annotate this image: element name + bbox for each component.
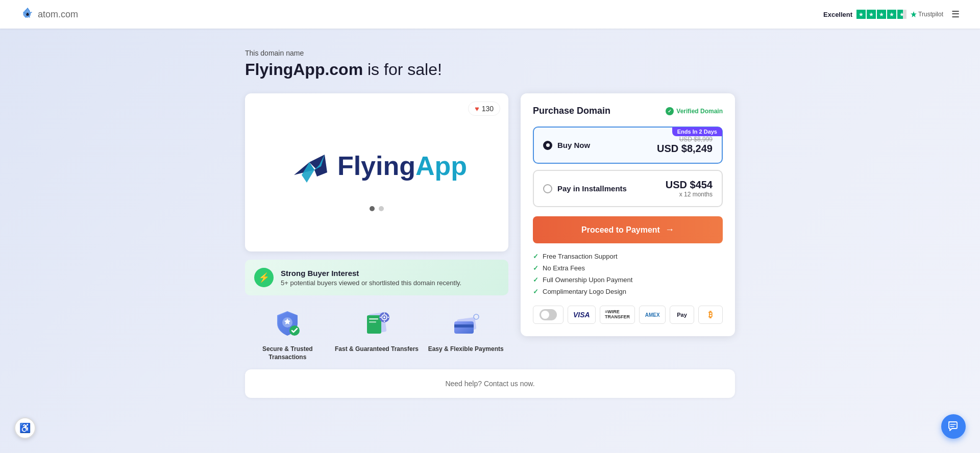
domain-sale-text: is for sale! xyxy=(363,60,442,79)
transfer-icon xyxy=(360,307,393,340)
bitcoin-icon: ₿ xyxy=(708,310,713,319)
header: atom.com Excellent ★ ★ ★ ★ ★ Trustpilot … xyxy=(0,0,980,29)
payment-icon-area xyxy=(448,306,484,341)
installments-price: USD $454 xyxy=(666,179,713,191)
chat-button[interactable] xyxy=(941,414,966,439)
svg-point-18 xyxy=(474,314,479,319)
amex-payment: AMEX xyxy=(639,306,666,324)
buyer-interest-banner: ⚡ Strong Buyer Interest 5+ potential buy… xyxy=(245,260,508,295)
feature-payment: Easy & Flexible Payments xyxy=(423,306,508,361)
star-4: ★ xyxy=(887,10,896,19)
amex-icon: AMEX xyxy=(645,312,660,318)
star-3: ★ xyxy=(877,10,886,19)
checklist-text-3: Full Ownership Upon Payment xyxy=(543,276,632,284)
carousel-dots xyxy=(370,206,384,211)
pay-toggle-icon[interactable] xyxy=(540,309,557,320)
shield-icon xyxy=(271,307,304,340)
price-original: USD $8,999 xyxy=(657,136,713,143)
installments-left: Pay in Installments xyxy=(543,184,627,193)
lightning-icon: ⚡ xyxy=(254,268,274,287)
price-main: USD $8,249 xyxy=(657,143,713,155)
verified-text: Verified Domain xyxy=(676,108,723,115)
dot-2[interactable] xyxy=(379,206,384,211)
payment-methods-row: VISA ≡WIRETRANSFER AMEX Pay ₿ xyxy=(533,306,723,324)
like-badge[interactable]: ♥ 130 xyxy=(468,102,500,116)
star-5: ★ xyxy=(897,10,906,19)
heart-icon: ♥ xyxy=(475,105,479,113)
star-2: ★ xyxy=(867,10,876,19)
help-section: Need help? Contact us now. xyxy=(245,369,735,398)
feature-secure: Secure & Trusted Transactions xyxy=(245,306,330,361)
domain-subtitle: This domain name xyxy=(245,49,735,57)
installments-label: Pay in Installments xyxy=(557,184,627,193)
svg-point-0 xyxy=(26,13,29,16)
applepay-payment: Pay xyxy=(670,306,694,324)
menu-icon[interactable]: ☰ xyxy=(951,9,960,20)
trustpilot-area: Excellent ★ ★ ★ ★ ★ Trustpilot xyxy=(823,10,943,19)
buy-now-left: Buy Now xyxy=(543,141,590,150)
domain-image-card: ♥ 130 xyxy=(245,93,508,251)
main-content: This domain name FlyingApp.com is for sa… xyxy=(235,29,745,413)
applepay-icon: Pay xyxy=(677,312,687,318)
svg-rect-5 xyxy=(367,315,381,334)
verified-badge: ✓ Verified Domain xyxy=(666,107,723,115)
svg-rect-7 xyxy=(369,321,376,323)
svg-rect-17 xyxy=(454,324,474,328)
installments-price-area: USD $454 x 12 months xyxy=(666,179,713,198)
flyingapp-logo-display: FlyingApp xyxy=(286,144,467,188)
check-icon-4: ✓ xyxy=(533,288,538,295)
checklist-text-2: No Extra Fees xyxy=(543,264,585,272)
proceed-button-label: Proceed to Payment xyxy=(581,225,660,235)
accessibility-button[interactable]: ♿ xyxy=(14,417,36,439)
check-icon-3: ✓ xyxy=(533,276,538,284)
buy-now-label: Buy Now xyxy=(557,141,590,149)
transfer-icon-area xyxy=(359,306,395,341)
features-checklist: ✓ Free Transaction Support ✓ No Extra Fe… xyxy=(533,253,723,295)
domain-title: FlyingApp.com is for sale! xyxy=(245,60,735,79)
installments-option[interactable]: Pay in Installments USD $454 x 12 months xyxy=(533,170,723,207)
buy-now-option[interactable]: Buy Now USD $8,999 USD $8,249 Ends In 2 … xyxy=(533,127,723,164)
buyer-interest-title: Strong Buyer Interest xyxy=(281,269,359,278)
visa-icon: VISA xyxy=(573,311,590,319)
left-column: ♥ 130 xyxy=(245,93,508,361)
check-icon-1: ✓ xyxy=(533,253,538,260)
feature-secure-label: Secure & Trusted Transactions xyxy=(245,345,330,361)
chat-icon xyxy=(948,421,959,432)
card-icon xyxy=(449,307,482,340)
header-right: Excellent ★ ★ ★ ★ ★ Trustpilot ☰ xyxy=(823,9,960,20)
features-row: Secure & Trusted Transactions xyxy=(245,306,508,361)
feature-payment-label: Easy & Flexible Payments xyxy=(428,345,504,354)
trustpilot-name: Trustpilot xyxy=(911,11,943,18)
svg-point-10 xyxy=(383,316,385,318)
brand-flying: Flying xyxy=(337,151,415,181)
proceed-to-payment-button[interactable]: Proceed to Payment → xyxy=(533,216,723,243)
star-1: ★ xyxy=(856,10,866,19)
installments-sub: x 12 months xyxy=(666,191,713,198)
brand-app: App xyxy=(415,151,467,181)
logo-text: atom.com xyxy=(38,9,78,20)
installments-radio xyxy=(543,184,552,193)
flying-bird-icon xyxy=(286,144,337,188)
trustpilot-icon xyxy=(911,11,917,17)
feature-transfer: Fast & Guaranteed Transfers xyxy=(334,306,420,361)
check-icon-2: ✓ xyxy=(533,264,538,272)
brand-text: FlyingApp xyxy=(337,150,467,181)
trustpilot-stars: ★ ★ ★ ★ ★ xyxy=(856,10,906,19)
logo[interactable]: atom.com xyxy=(20,7,78,21)
checklist-item-1: ✓ Free Transaction Support xyxy=(533,253,723,260)
panel-header: Purchase Domain ✓ Verified Domain xyxy=(533,106,723,116)
ends-badge: Ends In 2 Days xyxy=(672,127,722,136)
wire-payment: ≡WIRETRANSFER xyxy=(600,306,635,324)
svg-marker-1 xyxy=(911,11,917,17)
help-text: Need help? Contact us now. xyxy=(445,380,534,388)
toggle-payment[interactable] xyxy=(533,306,564,324)
like-count: 130 xyxy=(482,105,494,113)
feature-transfer-label: Fast & Guaranteed Transfers xyxy=(335,345,419,354)
buyer-interest-text: Strong Buyer Interest 5+ potential buyer… xyxy=(281,269,461,287)
dot-1[interactable] xyxy=(370,206,375,211)
two-col-layout: ♥ 130 xyxy=(245,93,735,361)
buy-now-radio xyxy=(543,141,552,150)
checklist-item-3: ✓ Full Ownership Upon Payment xyxy=(533,276,723,284)
trustpilot-label: Excellent xyxy=(823,11,852,18)
svg-rect-6 xyxy=(369,318,378,320)
